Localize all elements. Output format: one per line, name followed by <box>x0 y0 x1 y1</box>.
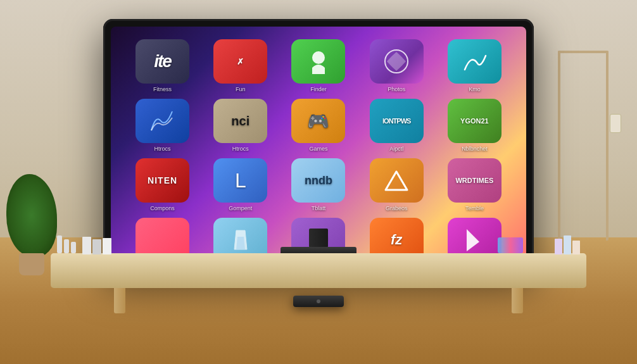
svg-point-0 <box>312 51 325 64</box>
book1 <box>82 237 91 254</box>
app-icon-finder <box>291 39 345 84</box>
apple-tv-box <box>293 296 344 307</box>
app-label-photos: Photos <box>388 86 405 92</box>
app-label-finder: Finder <box>310 86 327 92</box>
deco-col1 <box>57 235 62 253</box>
app-cell-nci[interactable]: nci Htrocs <box>201 96 279 155</box>
app-cell-tme[interactable]: Kmo <box>436 36 514 96</box>
app-icon-chart <box>136 99 189 143</box>
app-icon-iontpws: lONTPWS <box>370 99 424 143</box>
app-cell-finder[interactable]: Finder <box>279 36 357 96</box>
app-icon-tumble: WRDTIMES <box>448 158 501 203</box>
app-cell-chart[interactable]: Htrocs <box>123 96 201 155</box>
book-r2 <box>564 235 571 254</box>
svg-marker-2 <box>386 172 407 190</box>
app-icon-tme <box>448 39 501 84</box>
app-cell-games[interactable]: 🎮 Games <box>279 96 357 155</box>
book-r3 <box>572 241 580 254</box>
tv-stand-neck <box>309 229 328 248</box>
app-icon-ite: ite <box>136 39 189 84</box>
colorful-item <box>498 237 523 253</box>
plant-pot <box>19 253 44 275</box>
app-cell-triangle[interactable]: Grabeos <box>358 155 436 215</box>
books-right <box>555 235 580 254</box>
app-label-chart: Htrocs <box>155 146 171 152</box>
app-icon-triangle <box>370 158 424 203</box>
app-label-run: Fun <box>236 86 246 92</box>
apple-tv-indicator <box>317 299 320 303</box>
app-label-nndb: Tblatt <box>312 205 326 211</box>
app-icon-nci: nci <box>213 99 267 143</box>
app-label-niten: Compons <box>150 205 175 211</box>
app-cell-tumble[interactable]: WRDTIMES Temble <box>436 155 514 215</box>
app-icon-blue-l: L <box>213 158 267 203</box>
plant-left <box>6 174 57 275</box>
light-switch <box>610 114 621 133</box>
app-label-triangle: Grabeos <box>386 205 408 211</box>
app-cell-photos[interactable]: Photos <box>358 36 436 96</box>
deco-col2 <box>64 239 69 253</box>
app-cell-ite[interactable]: ite Fitness <box>123 36 201 96</box>
plant-leaves <box>6 174 57 256</box>
app-label-tme: Kmo <box>469 86 481 92</box>
app-icon-run: ✗ <box>213 39 267 84</box>
book3 <box>103 238 111 254</box>
app-label-nci: Htrocs <box>232 146 249 152</box>
app-label-ygon: Nblbnchet <box>462 146 488 152</box>
app-cell-nndb[interactable]: nndb Tblatt <box>279 155 357 215</box>
book2 <box>92 239 101 254</box>
bench <box>51 253 586 288</box>
app-icon-games: 🎮 <box>291 99 345 143</box>
app-label-games: Games <box>309 146 327 152</box>
app-label-blue-l: Gompent <box>229 205 252 211</box>
app-icon-niten: NITEN <box>136 158 189 203</box>
deco-col3 <box>71 242 76 253</box>
book-r1 <box>555 239 562 254</box>
app-label-ite: Fitness <box>153 86 172 92</box>
app-icon-photos <box>370 39 424 84</box>
app-cell-ygon[interactable]: YGON21 Nblbnchet <box>436 96 514 155</box>
door-frame <box>558 51 609 241</box>
deco-columns <box>57 235 76 253</box>
app-cell-run[interactable]: ✗ Fun <box>201 36 279 96</box>
app-label-iontpws: Aipctl <box>389 146 403 152</box>
app-cell-niten[interactable]: NITEN Compons <box>123 155 201 215</box>
scene: ite Fitness ✗ Fun Finder <box>0 0 637 364</box>
app-label-tumble: Temble <box>465 205 484 211</box>
app-icon-ygon: YGON21 <box>448 99 501 143</box>
books-left <box>82 235 114 254</box>
app-cell-iontpws[interactable]: lONTPWS Aipctl <box>358 96 436 155</box>
app-icon-nndb: nndb <box>291 158 345 203</box>
app-cell-blue-l[interactable]: L Gompent <box>201 155 279 215</box>
